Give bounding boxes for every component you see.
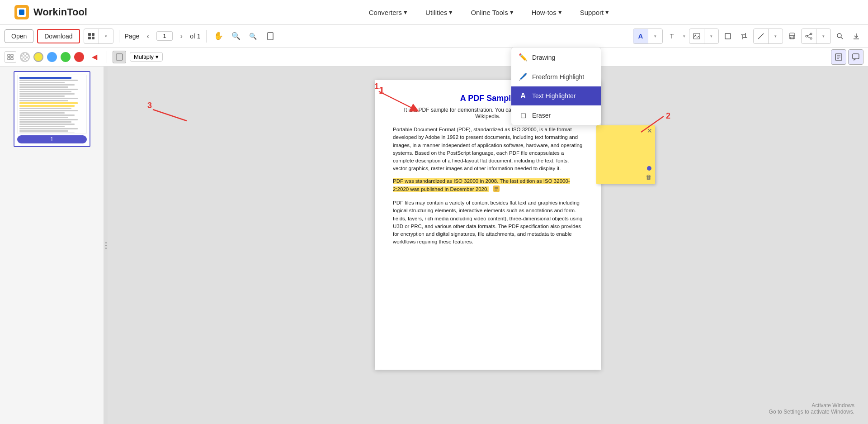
page-view-button[interactable] <box>264 29 277 43</box>
svg-line-47 <box>153 110 187 121</box>
back-color-button[interactable]: ◀ <box>88 50 101 64</box>
crop-tool-button[interactable] <box>737 29 751 43</box>
page-input[interactable] <box>156 31 173 41</box>
highlighted-text: PDF was standardized as ISO 32000 in 200… <box>393 178 570 192</box>
toolbar-divider-1 <box>119 30 119 43</box>
toolbar-divider-2 <box>206 30 207 43</box>
logo-icon <box>14 4 30 20</box>
freeform-icon: 🖊️ <box>519 72 528 81</box>
page-view-icon <box>267 32 274 40</box>
t-tool-chevron[interactable]: ▾ <box>681 29 687 43</box>
svg-rect-7 <box>268 33 273 40</box>
blue-color[interactable] <box>47 52 57 62</box>
svg-line-15 <box>758 33 764 39</box>
nav-support[interactable]: Support ▾ <box>580 8 609 16</box>
hand-tool-button[interactable]: ✋ <box>212 29 226 43</box>
draw-chevron[interactable]: ▾ <box>768 29 783 43</box>
nav-utilities[interactable]: Utilities ▾ <box>425 8 453 16</box>
open-button[interactable]: Open <box>5 29 33 43</box>
text-tool-chevron[interactable]: ▾ <box>648 29 662 43</box>
chevron-icon: ▾ <box>558 8 562 16</box>
line-icon <box>757 33 764 40</box>
apps-icon-button[interactable] <box>84 29 99 43</box>
pdf-viewer-area: 1 A PDF Sample It is a PDF sample for de… <box>108 67 868 424</box>
zoom-out-button[interactable]: 🔍 <box>229 29 243 43</box>
chevron-down-icon: ▾ <box>105 34 107 38</box>
share-chevron[interactable]: ▾ <box>816 29 830 43</box>
toolbar-download-button[interactable] <box>849 29 863 43</box>
t-tool-button[interactable]: T <box>665 29 679 43</box>
svg-rect-8 <box>693 33 700 39</box>
svg-text:3: 3 <box>147 101 152 110</box>
nav-online-tools[interactable]: Online Tools ▾ <box>471 8 513 16</box>
draw-tool-group: ▾ <box>753 29 783 44</box>
chevron-down-icon: ▾ <box>156 53 159 60</box>
eraser-icon: ◻ <box>519 111 528 119</box>
next-page-button[interactable]: › <box>175 29 188 43</box>
divider-color <box>107 51 107 63</box>
page-sidebar: 1 <box>0 67 104 424</box>
text-highlighter-menu-item[interactable]: A Text Highlighter <box>511 86 601 105</box>
image-tool-button[interactable] <box>689 29 704 43</box>
chevron-down-icon: ▾ <box>654 34 656 38</box>
text-tool-button[interactable]: A <box>633 29 648 43</box>
main-content: 1 1 A PDF Sample It is a PDF sample for … <box>0 67 868 424</box>
windows-line1: Activate Windows <box>769 402 854 409</box>
shape-tool-button[interactable] <box>721 29 735 43</box>
comment-button[interactable] <box>848 49 863 65</box>
chevron-icon: ▾ <box>605 8 609 16</box>
thumbnail-icon <box>7 54 14 60</box>
resize-dots <box>105 242 107 249</box>
svg-rect-18 <box>790 37 794 39</box>
red-color[interactable] <box>74 52 84 62</box>
svg-rect-5 <box>88 37 91 39</box>
nav-converters[interactable]: Converters ▾ <box>369 8 407 16</box>
text-tool-group: A ▾ <box>633 29 663 44</box>
apps-button-group: ▾ <box>84 29 113 44</box>
svg-rect-16 <box>790 33 794 35</box>
svg-rect-29 <box>8 54 10 57</box>
svg-line-24 <box>807 37 810 38</box>
right-toolbar: A ▾ T ▾ ▾ <box>633 29 863 44</box>
blend-mode-select[interactable]: Multiply ▾ <box>130 52 163 62</box>
print-button[interactable] <box>785 29 799 43</box>
page-of-label: of 1 <box>190 33 200 40</box>
sticky-trash-button[interactable]: 🗑 <box>646 174 651 181</box>
sticky-note-icon <box>835 53 842 61</box>
prev-page-button[interactable]: ‹ <box>141 29 155 43</box>
download-button[interactable]: Download <box>37 29 80 43</box>
share-button[interactable] <box>802 29 816 43</box>
note-icon <box>493 185 500 192</box>
sticky-note-button[interactable] <box>831 49 846 65</box>
eraser-menu-item[interactable]: ◻ Eraser <box>511 105 601 125</box>
yellow-color[interactable] <box>33 52 43 62</box>
line-tool-button[interactable] <box>754 29 768 43</box>
text-highlighter-icon: A <box>519 92 528 100</box>
sticky-close-button[interactable]: ✕ <box>647 127 652 134</box>
svg-text:2: 2 <box>666 111 670 120</box>
drawing-menu-item[interactable]: ✏️ Drawing <box>511 48 601 67</box>
share-icon <box>805 33 812 40</box>
opacity-button[interactable] <box>113 51 126 63</box>
resize-handle[interactable] <box>104 67 108 424</box>
nav-how-tos[interactable]: How-tos ▾ <box>532 8 562 16</box>
crop-icon <box>741 33 748 40</box>
page-thumbnail-1[interactable]: 1 <box>14 71 90 147</box>
comment-icon <box>852 53 859 61</box>
svg-rect-10 <box>725 33 731 39</box>
green-color[interactable] <box>61 52 71 62</box>
chevron-icon: ▾ <box>449 8 453 16</box>
color-toolbar: ◀ Multiply ▾ <box>0 48 868 67</box>
freeform-highlight-menu-item[interactable]: 🖊️ Freeform Highlight <box>511 67 601 86</box>
svg-rect-3 <box>88 33 91 36</box>
thumbnail-toggle[interactable] <box>5 51 16 63</box>
sticky-note: ✕ 🗑 <box>596 125 655 184</box>
search-button[interactable] <box>833 29 847 43</box>
image-chevron[interactable]: ▾ <box>704 29 718 43</box>
transparent-color[interactable] <box>20 52 30 62</box>
shape-icon <box>724 33 731 40</box>
zoom-in-button[interactable]: 🔍 <box>246 29 260 43</box>
highlight-note-icon[interactable] <box>493 185 500 195</box>
thumb-content <box>17 75 87 133</box>
apps-chevron-button[interactable]: ▾ <box>99 29 113 43</box>
